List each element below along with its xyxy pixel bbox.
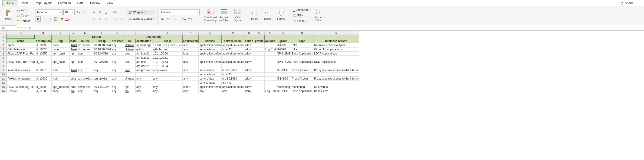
cell[interactable]: service-http	[199, 77, 222, 81]
cell[interactable]	[35, 64, 52, 68]
cell[interactable]: id_11000	[35, 89, 52, 93]
cell[interactable]	[254, 56, 264, 60]
cell[interactable]: any	[124, 89, 136, 93]
cell[interactable]: Github Access	[6, 47, 35, 51]
cell[interactable]: apple-range	[136, 43, 152, 47]
cell[interactable]: tag	[52, 39, 70, 43]
italic-button[interactable]: I	[42, 16, 47, 21]
cell[interactable]: Base Applications	[291, 60, 313, 64]
align-left-button[interactable]	[92, 16, 97, 21]
cell[interactable]: npn	[70, 51, 77, 56]
cell[interactable]: any	[152, 85, 182, 89]
cell[interactable]: Base Applications	[291, 89, 313, 93]
cell[interactable]: business reason	[313, 39, 359, 43]
cell[interactable]	[77, 72, 93, 77]
cell[interactable]	[313, 72, 359, 77]
cell[interactable]: tcp-443	[222, 81, 244, 85]
tab-home[interactable]: Home	[2, 0, 18, 6]
cell[interactable]: Proxies to Internet	[6, 77, 35, 81]
cell[interactable]	[244, 56, 254, 60]
cell[interactable]: snmp-net	[77, 85, 93, 89]
increase-font-button[interactable]: A▴	[76, 10, 80, 15]
cell[interactable]: SNMP Monitoring Tools	[6, 85, 35, 89]
cell[interactable]: Destination	[124, 35, 182, 39]
cell[interactable]: any	[93, 89, 111, 93]
cell[interactable]	[35, 81, 52, 85]
cell[interactable]: any	[199, 89, 222, 93]
cell[interactable]: Untrust	[124, 43, 136, 47]
cell[interactable]: id_10090	[35, 85, 52, 89]
col-header[interactable]: K	[182, 31, 199, 35]
cell[interactable]: any	[182, 89, 199, 93]
cell[interactable]	[52, 56, 70, 60]
col-header[interactable]: C	[52, 31, 70, 35]
cell[interactable]	[291, 72, 313, 77]
cell[interactable]: any	[136, 85, 152, 89]
cell[interactable]	[264, 68, 276, 72]
cell[interactable]	[93, 56, 111, 60]
cell[interactable]	[93, 64, 111, 68]
cell[interactable]: description	[35, 39, 52, 43]
col-header[interactable]: Q	[276, 31, 291, 35]
col-header[interactable]: G	[111, 31, 124, 35]
cell[interactable]: destination	[136, 39, 152, 43]
cell[interactable]: am-ldap02	[136, 56, 152, 60]
cell[interactable]	[254, 77, 264, 81]
cell[interactable]	[111, 72, 124, 77]
cell[interactable]: prod	[70, 85, 77, 89]
orientation-button[interactable]: ab▾	[112, 10, 118, 15]
cell[interactable]: any	[136, 77, 152, 81]
merge-center-button[interactable]: Merge & Center▾	[127, 16, 155, 21]
cell[interactable]: IT-OPS	[276, 43, 291, 47]
tab-insert[interactable]: Insert	[18, 0, 32, 6]
tab-page-layout[interactable]: Page Layout	[31, 0, 55, 6]
cell[interactable]: 10.1.100.60	[152, 51, 182, 56]
enter-formula-button[interactable]: ✓	[24, 26, 26, 29]
cell[interactable]: application-default	[199, 85, 222, 89]
cell[interactable]: npn_base	[52, 60, 70, 64]
cell[interactable]	[254, 60, 264, 64]
cell[interactable]: am-proxies	[136, 68, 152, 72]
row-header[interactable]: 8	[0, 64, 6, 68]
cell[interactable]: tcp-80,8080	[222, 77, 244, 81]
cell[interactable]: name	[6, 39, 35, 43]
cell[interactable]	[313, 56, 359, 60]
col-header[interactable]: L	[199, 31, 222, 35]
fill-color-button[interactable]: ▾	[60, 16, 65, 21]
decrease-indent-button[interactable]	[112, 16, 118, 21]
clear-button[interactable]: Clear▾	[292, 18, 311, 24]
cell[interactable]: application-default	[199, 43, 222, 47]
cell[interactable]: dns	[182, 60, 199, 64]
cell[interactable]	[136, 81, 152, 85]
row-header[interactable]: 12	[0, 81, 6, 85]
cell[interactable]	[254, 72, 264, 77]
cell[interactable]: dst ip	[152, 39, 182, 43]
row-header[interactable]: 4	[0, 47, 6, 51]
cell[interactable]	[6, 72, 35, 77]
cell[interactable]	[70, 72, 77, 77]
cell[interactable]	[70, 56, 77, 60]
cell[interactable]: 10.1.100.53	[152, 60, 182, 64]
align-top-button[interactable]	[92, 10, 97, 15]
cell[interactable]	[52, 64, 70, 68]
cell[interactable]: npn_base	[52, 51, 70, 56]
cell[interactable]	[182, 81, 199, 85]
cell[interactable]	[35, 72, 52, 77]
cell[interactable]: application-default	[222, 51, 244, 56]
wrap-text-button[interactable]: abcWrap Text	[127, 10, 155, 15]
border-button[interactable]: ▾	[54, 16, 59, 21]
cell[interactable]	[254, 68, 264, 72]
cell[interactable]: allow	[244, 43, 254, 47]
cell[interactable]: any	[222, 89, 244, 93]
cell[interactable]: Untrust	[124, 47, 136, 51]
col-header[interactable]: D	[70, 31, 77, 35]
cell[interactable]: 10.10.10.0/24	[93, 47, 111, 51]
cell[interactable]: prod	[124, 51, 136, 56]
col-header[interactable]: I	[136, 31, 152, 35]
cell[interactable]: service-http	[199, 68, 222, 72]
cell[interactable]: any	[93, 68, 111, 72]
cell[interactable]	[291, 56, 313, 60]
formula-input[interactable]	[32, 25, 644, 30]
cell[interactable]: snmp	[182, 85, 199, 89]
row-header[interactable]: 5	[0, 51, 6, 56]
